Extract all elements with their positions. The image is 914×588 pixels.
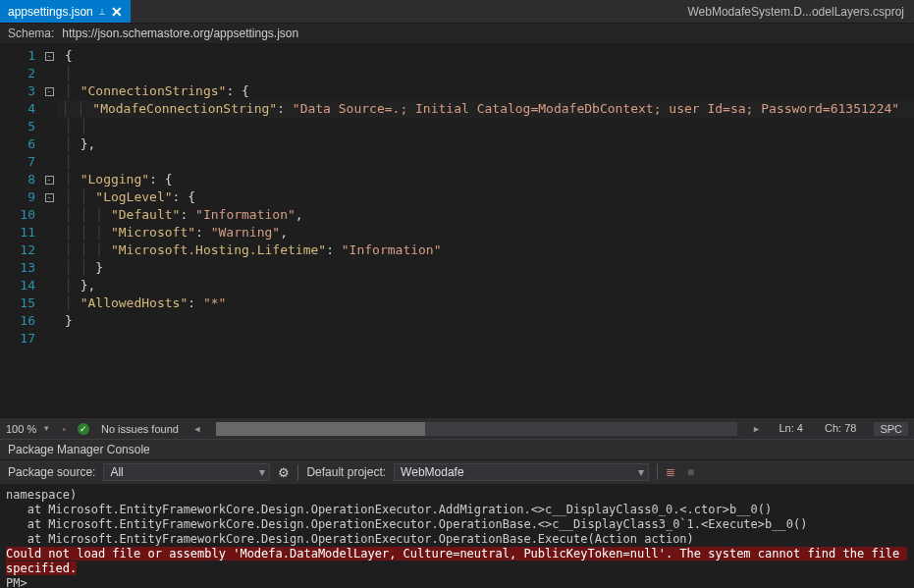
console-output[interactable]: namespace) at Microsoft.EntityFrameworkC… bbox=[0, 484, 914, 588]
schema-url[interactable]: https://json.schemastore.org/appsettings… bbox=[62, 27, 298, 40]
default-project-label: Default project: bbox=[306, 465, 386, 479]
console-line: at Microsoft.EntityFrameworkCore.Design.… bbox=[6, 517, 908, 532]
panel-title: Package Manager Console bbox=[0, 439, 914, 459]
tab-filename: appsettings.json bbox=[8, 5, 93, 19]
code-editor[interactable]: 1234567891011121314151617 - - - - { │ │ … bbox=[0, 44, 914, 417]
code-area[interactable]: { │ │ "ConnectionStrings": { │ │ "Modafe… bbox=[57, 44, 914, 417]
stop-icon[interactable]: ■ bbox=[687, 465, 701, 479]
scroll-right-icon[interactable]: ► bbox=[749, 424, 763, 434]
scroll-left-icon[interactable]: ◄ bbox=[190, 424, 204, 434]
project-context-label[interactable]: WebModafeSystem.D...odelLayers.csproj bbox=[677, 5, 914, 19]
console-line: at Microsoft.EntityFrameworkCore.Design.… bbox=[6, 532, 908, 547]
close-icon[interactable]: ✕ bbox=[111, 4, 123, 20]
gear-icon[interactable]: ⚙ bbox=[278, 465, 290, 480]
column-indicator[interactable]: Ch: 78 bbox=[821, 422, 860, 436]
issues-label[interactable]: No issues found bbox=[101, 423, 179, 435]
line-number-gutter: 1234567891011121314151617 bbox=[0, 44, 41, 417]
zoom-control[interactable]: 100 % ▼ bbox=[6, 423, 50, 435]
divider bbox=[657, 464, 658, 480]
editor-statusbar: 100 % ▼ • ✓ No issues found ◄ ► Ln: 4 Ch… bbox=[0, 417, 914, 439]
list-icon[interactable]: ≣ bbox=[666, 465, 679, 479]
pmc-toolbar: Package source: All ⚙ Default project: W… bbox=[0, 459, 914, 484]
whitespace-mode[interactable]: SPC bbox=[874, 422, 908, 436]
console-line: namespace) bbox=[6, 488, 908, 503]
scroll-thumb[interactable] bbox=[216, 422, 425, 436]
schema-bar: Schema: https://json.schemastore.org/app… bbox=[0, 24, 914, 44]
package-source-label: Package source: bbox=[8, 465, 95, 479]
fold-toggle[interactable]: - bbox=[45, 87, 54, 96]
package-source-select[interactable]: All bbox=[103, 463, 270, 481]
console-prompt[interactable]: PM> bbox=[6, 576, 908, 588]
console-error-line: Could not load file or assembly 'Modefa.… bbox=[6, 547, 907, 575]
document-tabbar: appsettings.json ⟂ ✕ WebModafeSystem.D..… bbox=[0, 0, 914, 24]
divider bbox=[297, 464, 298, 480]
fold-toggle[interactable]: - bbox=[45, 176, 54, 185]
fold-gutter[interactable]: - - - - bbox=[41, 44, 57, 417]
schema-label: Schema: bbox=[8, 27, 54, 40]
line-indicator[interactable]: Ln: 4 bbox=[775, 422, 806, 436]
horizontal-scrollbar[interactable] bbox=[216, 422, 738, 436]
console-line: at Microsoft.EntityFrameworkCore.Design.… bbox=[6, 503, 908, 517]
fold-toggle[interactable]: - bbox=[45, 52, 54, 61]
chevron-down-icon[interactable]: ▼ bbox=[42, 424, 50, 433]
check-icon: ✓ bbox=[78, 423, 89, 435]
bullet-icon: • bbox=[62, 423, 66, 435]
tab-appsettings[interactable]: appsettings.json ⟂ ✕ bbox=[0, 0, 131, 23]
pin-icon[interactable]: ⟂ bbox=[99, 6, 105, 17]
default-project-select[interactable]: WebModafe bbox=[394, 463, 649, 481]
fold-toggle[interactable]: - bbox=[45, 193, 54, 202]
